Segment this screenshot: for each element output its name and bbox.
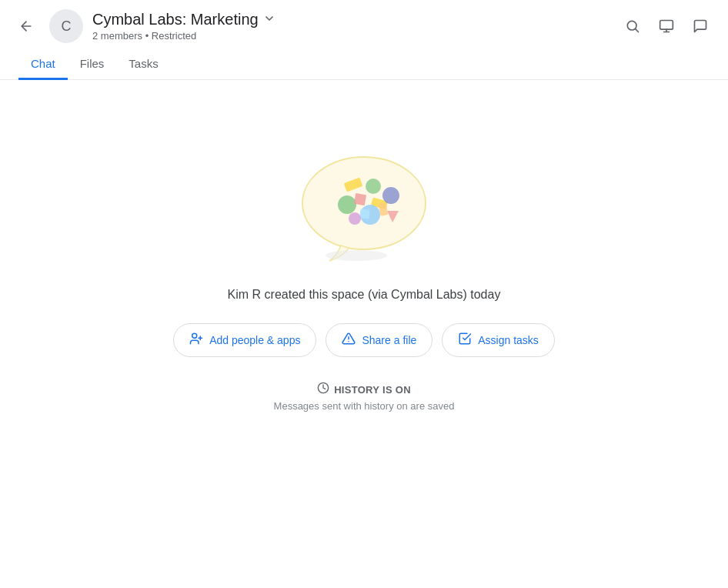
main-content: Kim R created this space (via Cymbal Lab… bbox=[0, 111, 728, 443]
chevron-down-icon[interactable] bbox=[263, 12, 276, 28]
svg-rect-10 bbox=[354, 193, 366, 205]
assign-tasks-label: Assign tasks bbox=[478, 334, 539, 346]
svg-point-6 bbox=[338, 195, 356, 214]
tab-tasks[interactable]: Tasks bbox=[116, 49, 170, 80]
search-button[interactable] bbox=[617, 11, 648, 42]
svg-point-12 bbox=[349, 212, 361, 225]
add-people-button[interactable]: Add people & apps bbox=[173, 323, 316, 357]
add-people-label: Add people & apps bbox=[209, 334, 300, 346]
share-file-button[interactable]: Share a file bbox=[326, 323, 432, 357]
header-actions bbox=[617, 11, 716, 42]
svg-point-14 bbox=[192, 333, 197, 338]
history-icon bbox=[317, 382, 329, 397]
add-person-icon bbox=[189, 332, 203, 349]
history-label: HISTORY IS ON bbox=[334, 384, 411, 396]
svg-point-7 bbox=[366, 179, 381, 194]
header: C Cymbal Labs: Marketing 2 members • Res… bbox=[0, 0, 728, 43]
screen-share-button[interactable] bbox=[651, 11, 682, 42]
tab-files[interactable]: Files bbox=[68, 49, 117, 80]
history-section: HISTORY IS ON Messages sent with history… bbox=[274, 382, 455, 412]
tabs-bar: Chat Files Tasks bbox=[0, 49, 728, 80]
created-message: Kim R created this space (via Cymbal Lab… bbox=[228, 288, 501, 302]
chat-illustration bbox=[287, 142, 441, 272]
history-row: HISTORY IS ON bbox=[317, 382, 411, 397]
avatar: C bbox=[49, 9, 83, 43]
history-sublabel: Messages sent with history on are saved bbox=[274, 400, 455, 412]
message-button[interactable] bbox=[685, 11, 716, 42]
assign-tasks-button[interactable]: Assign tasks bbox=[442, 323, 555, 357]
title-area: Cymbal Labs: Marketing 2 members • Restr… bbox=[92, 11, 608, 42]
svg-point-9 bbox=[382, 187, 399, 204]
back-button[interactable] bbox=[12, 12, 40, 40]
tab-chat[interactable]: Chat bbox=[18, 49, 68, 80]
space-title: Cymbal Labs: Marketing bbox=[92, 11, 259, 28]
svg-rect-1 bbox=[660, 21, 673, 30]
share-file-label: Share a file bbox=[362, 334, 416, 346]
share-file-icon bbox=[342, 332, 356, 349]
svg-point-3 bbox=[326, 250, 387, 261]
svg-rect-11 bbox=[359, 209, 369, 219]
title-row: Cymbal Labs: Marketing bbox=[92, 11, 608, 28]
space-subtitle: 2 members • Restricted bbox=[92, 30, 608, 42]
svg-point-0 bbox=[627, 21, 636, 30]
assign-tasks-icon bbox=[458, 332, 472, 349]
action-buttons-row: Add people & apps Share a file Assign ta… bbox=[173, 323, 555, 357]
